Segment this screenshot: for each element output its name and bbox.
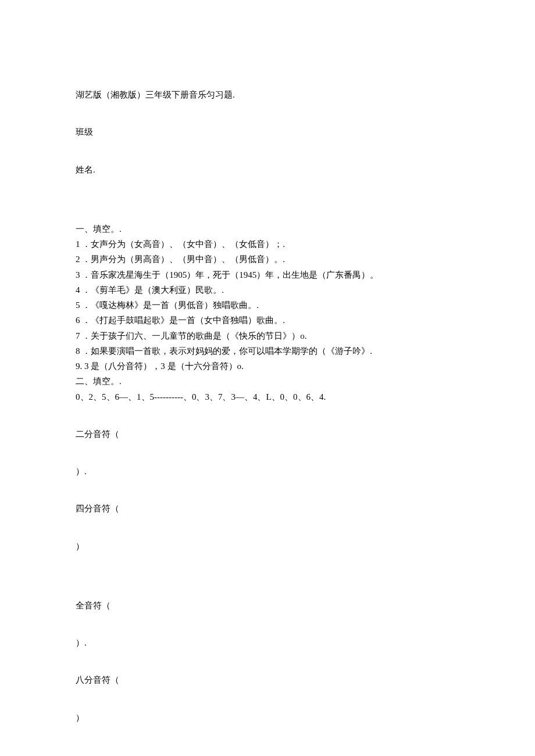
eighth-note-label: 八分音符（	[76, 672, 459, 687]
section-two-header: 二、填空。.	[76, 374, 459, 389]
number-list: 0、2、5、6—、1、5----------、0、3、7、3—、4、L、0、0、…	[76, 389, 459, 404]
quarter-note-label: 四分音符（	[76, 501, 459, 516]
question-9: 9. 3 是（八分音符），3 是（十六分音符）o.	[76, 359, 459, 374]
question-7: 7 ．关于孩子们六、一儿童节的歌曲是（《快乐的节日》）o.	[76, 328, 459, 343]
spacer	[76, 554, 459, 576]
question-5: 5 ．《嘎达梅林》是一首（男低音）独唱歌曲。.	[76, 298, 459, 313]
class-label: 班级	[76, 124, 459, 139]
close-paren-3: ）.	[76, 635, 459, 650]
close-paren-4: ）	[76, 710, 459, 725]
name-label: 姓名.	[76, 162, 459, 177]
question-1: 1 ．女声分为（女高音）、（女中音）、（女低音）；.	[76, 237, 459, 252]
half-note-label: 二分音符（	[76, 427, 459, 442]
question-8: 8 ．如果要演唱一首歌，表示对妈妈的爱，你可以唱本学期学的（《游子吟》.	[76, 343, 459, 359]
close-paren-2: ）	[76, 539, 459, 554]
question-4: 4 ．《剪羊毛》是（澳大利亚）民歌。.	[76, 282, 459, 298]
worksheet-title: 湖艺版（湘教版）三年级下册音乐匀习题.	[76, 87, 459, 102]
whole-note-label: 全音符（	[76, 598, 459, 613]
close-paren-1: ）.	[76, 464, 459, 479]
spacer	[76, 199, 459, 221]
question-3: 3 ．音乐家冼星海生于（1905）年，死于（1945）年，出生地是（广东番禺）。	[76, 267, 459, 282]
section-one-header: 一、填空。.	[76, 221, 459, 237]
question-2: 2 ．男声分为（男高音）、（男中音）、（男低音）。.	[76, 252, 459, 267]
question-6: 6 ．《打起手鼓唱起歌》是一首（女中音独唱）歌曲。.	[76, 313, 459, 328]
